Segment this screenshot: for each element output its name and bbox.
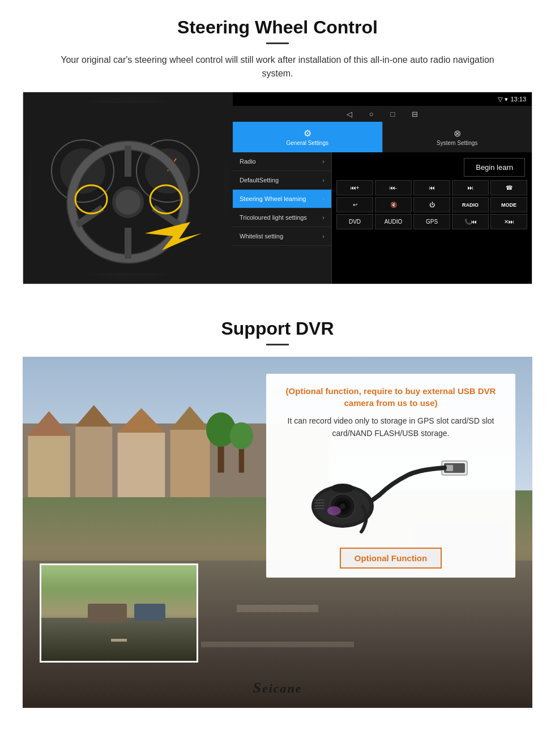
dvr-info-box: (Optional function, require to buy exter…	[266, 374, 515, 578]
menu-item-tricoloured-label: Tricoloured light settings	[240, 214, 307, 221]
inset-car2	[134, 604, 165, 621]
menu-item-whitelist-label: Whitelist setting	[240, 233, 283, 240]
menu-nav-icon[interactable]: ⊟	[412, 110, 418, 118]
steering-divider	[266, 42, 289, 44]
signal-icon: ▽	[498, 96, 502, 103]
menu-item-radio-label: Radio	[240, 158, 256, 165]
general-settings-label: General Settings	[287, 140, 329, 146]
dvr-divider	[266, 344, 289, 345]
svg-rect-23	[118, 433, 165, 497]
dvr-optional-notice: (Optional function, require to buy exter…	[279, 385, 503, 409]
inset-road-line	[111, 639, 126, 642]
system-settings-icon: ⊗	[454, 128, 461, 139]
road-marking-center	[237, 605, 318, 612]
road-marking-bottom	[201, 642, 354, 647]
system-settings-label: System Settings	[437, 140, 477, 146]
dvr-inset-photo	[40, 563, 198, 663]
begin-learn-row: Begin learn	[334, 155, 530, 180]
btn-mute[interactable]: 🔇	[375, 197, 412, 212]
usb-dvr-camera-svg	[306, 450, 476, 535]
svg-rect-45	[314, 508, 325, 509]
optional-function-button[interactable]: Optional Function	[340, 548, 442, 569]
btn-vol-down[interactable]: ⏮-	[375, 180, 412, 195]
menu-item-tricoloured[interactable]: Tricoloured light settings ›	[233, 208, 331, 227]
steering-wheel-photo	[23, 92, 233, 284]
btn-dvd[interactable]: DVD	[336, 214, 373, 229]
menu-item-defaultsetting-label: DefaultSetting	[240, 177, 279, 183]
button-grid-row3: DVD AUDIO GPS 📞⏮ ✕⏭	[334, 214, 530, 229]
svg-marker-24	[118, 408, 165, 433]
steering-content-area: ▽ ▾ 13:13 ◁ ○ □ ⊟ ⚙ General Settings ⊗	[23, 92, 532, 284]
seicane-rest: eicane	[262, 681, 302, 695]
btn-power[interactable]: ⏻	[413, 197, 450, 212]
btn-next-track[interactable]: ⏭	[452, 180, 489, 195]
menu-item-radio-arrow: ›	[322, 158, 325, 165]
svg-rect-43	[314, 502, 325, 503]
svg-rect-21	[75, 426, 112, 497]
menu-item-tricoloured-arrow: ›	[322, 214, 325, 221]
svg-rect-19	[28, 436, 70, 498]
inset-car1	[88, 604, 127, 623]
svg-rect-42	[314, 499, 325, 501]
steering-title: Steering Wheel Control	[23, 17, 532, 38]
recent-nav-icon[interactable]: □	[391, 110, 395, 118]
button-panel: Begin learn ⏮+ ⏮- ⏮ ⏭ ☎ ↩ 🔇 ⏻	[332, 152, 532, 284]
seicane-brand: Seicane	[253, 680, 302, 697]
tab-system-settings[interactable]: ⊗ System Settings	[382, 122, 532, 152]
btn-skip-next[interactable]: ✕⏭	[490, 214, 527, 229]
btn-call-prev[interactable]: 📞⏮	[452, 214, 489, 229]
button-grid-row2: ↩ 🔇 ⏻ RADIO MODE	[334, 197, 530, 212]
status-bar: ▽ ▾ 13:13	[233, 92, 532, 106]
btn-prev-track[interactable]: ⏮	[413, 180, 450, 195]
btn-gps[interactable]: GPS	[413, 214, 450, 229]
dvr-description: It can record video only to storage in G…	[279, 415, 503, 440]
svg-point-30	[230, 422, 253, 450]
menu-item-whitelist[interactable]: Whitelist setting ›	[233, 227, 331, 246]
svg-rect-44	[314, 505, 325, 506]
dvr-section: Support DVR	[0, 301, 555, 719]
android-ui: ▽ ▾ 13:13 ◁ ○ □ ⊟ ⚙ General Settings ⊗	[233, 92, 532, 284]
back-nav-icon[interactable]: ◁	[347, 110, 352, 118]
menu-item-steering-wheel[interactable]: Steering Wheel learning ›	[233, 190, 331, 208]
menu-item-defaultsetting-arrow: ›	[322, 177, 325, 183]
btn-radio[interactable]: RADIO	[452, 197, 489, 212]
menu-item-radio[interactable]: Radio ›	[233, 152, 331, 171]
svg-marker-22	[75, 405, 112, 426]
btn-audio[interactable]: AUDIO	[375, 214, 412, 229]
btn-vol-up[interactable]: ⏮+	[336, 180, 373, 195]
menu-item-whitelist-arrow: ›	[322, 233, 325, 240]
btn-call[interactable]: ☎	[490, 180, 527, 195]
settings-tabs: ⚙ General Settings ⊗ System Settings	[233, 122, 532, 152]
svg-marker-26	[170, 406, 210, 429]
btn-mode[interactable]: MODE	[490, 197, 527, 212]
menu-item-defaultsetting[interactable]: DefaultSetting ›	[233, 171, 331, 190]
svg-point-39	[340, 503, 345, 509]
home-nav-icon[interactable]: ○	[369, 110, 374, 118]
menu-list: Radio › DefaultSetting › Steering Wheel …	[233, 152, 332, 284]
menu-item-steering-label: Steering Wheel learning	[240, 195, 306, 202]
time-display: 13:13	[510, 96, 526, 102]
general-settings-icon: ⚙	[304, 128, 311, 139]
dvr-content-area: Seicane (Optional function, require to b…	[23, 357, 532, 708]
steering-description: Your original car's steering wheel contr…	[45, 53, 510, 80]
dvr-camera-illustration	[279, 447, 503, 537]
seicane-s: S	[253, 680, 262, 696]
svg-rect-25	[170, 430, 210, 497]
button-grid-row1: ⏮+ ⏮- ⏮ ⏭ ☎	[334, 180, 530, 195]
nav-bar: ◁ ○ □ ⊟	[233, 106, 532, 122]
inset-road-scene	[41, 565, 197, 661]
svg-marker-20	[28, 411, 70, 435]
svg-point-41	[327, 506, 341, 515]
btn-hang-up[interactable]: ↩	[336, 197, 373, 212]
steering-wheel-bg	[23, 92, 233, 284]
tab-general-settings[interactable]: ⚙ General Settings	[233, 122, 382, 152]
menu-container: Radio › DefaultSetting › Steering Wheel …	[233, 152, 532, 284]
svg-rect-33	[446, 465, 453, 471]
dvr-title: Support DVR	[23, 318, 532, 339]
status-icons: ▽ ▾ 13:13	[498, 96, 526, 103]
svg-point-40	[331, 484, 354, 493]
menu-item-steering-arrow: ›	[322, 195, 325, 202]
steering-section: Steering Wheel Control Your original car…	[0, 0, 555, 296]
begin-learn-button[interactable]: Begin learn	[464, 158, 525, 177]
svg-point-14	[116, 190, 140, 215]
